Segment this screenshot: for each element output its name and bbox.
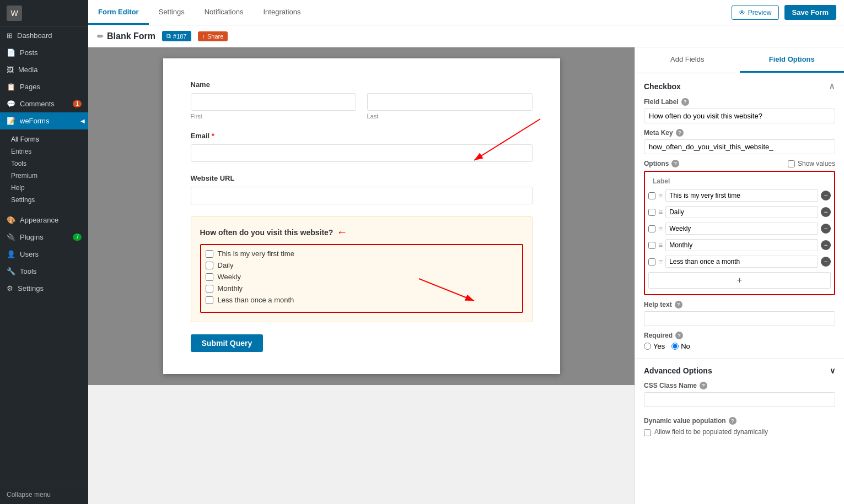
option-1-remove-button[interactable]: − <box>821 191 831 200</box>
option-row-4: ≡ − <box>648 237 831 253</box>
option-4-drag-handle[interactable]: ≡ <box>658 241 663 250</box>
weforms-icon: 📝 <box>7 117 15 125</box>
tab-field-options[interactable]: Field Options <box>740 47 845 73</box>
required-help-icon[interactable]: ? <box>675 332 683 339</box>
dynamic-populate-checkbox[interactable] <box>644 429 651 436</box>
top-nav: Form Editor Settings Notifications Integ… <box>88 0 844 25</box>
checkbox-options-outline: This is my very first time Daily Weekly <box>200 244 523 313</box>
sidebar-weforms-help[interactable]: Help <box>0 182 88 194</box>
option-2-drag-handle[interactable]: ≡ <box>658 208 663 216</box>
checkbox-opt1-input[interactable] <box>206 250 213 258</box>
form-canvas-wrap: Name First Last <box>88 47 635 385</box>
dynamic-value-help-icon[interactable]: ? <box>729 417 737 425</box>
add-option-button[interactable]: + <box>648 272 831 289</box>
show-values-checkbox[interactable] <box>788 160 795 167</box>
sidebar-weforms-tools[interactable]: Tools <box>0 158 88 170</box>
form-share-badge[interactable]: ↑ Share <box>198 31 228 41</box>
sidebar-item-tools[interactable]: 🔧 Tools <box>0 263 88 280</box>
required-no-option[interactable]: No <box>671 342 690 350</box>
option-4-remove-button[interactable]: − <box>821 240 831 250</box>
preview-button[interactable]: 👁 Preview <box>732 6 779 20</box>
collapse-menu-button[interactable]: Collapse menu <box>0 485 88 504</box>
option-2-checkbox[interactable] <box>648 209 655 216</box>
sidebar-item-comments[interactable]: 💬 Comments 1 <box>0 95 88 112</box>
sidebar-item-dashboard[interactable]: ⊞ Dashboard <box>0 27 88 44</box>
sidebar-item-plugins[interactable]: 🔌 Plugins 7 <box>0 229 88 246</box>
checkbox-opt4-input[interactable] <box>206 285 213 292</box>
sidebar-item-pages[interactable]: 📋 Pages <box>0 78 88 95</box>
tab-notifications[interactable]: Notifications <box>195 0 254 25</box>
field-email-input[interactable] <box>191 144 533 162</box>
field-first-name-input[interactable] <box>191 93 356 111</box>
option-1-input[interactable] <box>665 189 818 202</box>
sidebar-item-appearance[interactable]: 🎨 Appearance <box>0 212 88 229</box>
sidebar-item-weforms[interactable]: 📝 weForms <box>0 112 88 129</box>
dashboard-icon: ⊞ <box>7 31 13 40</box>
sidebar-weforms-all-forms[interactable]: All Forms <box>0 133 88 145</box>
option-4-checkbox[interactable] <box>648 242 655 249</box>
tab-integrations[interactable]: Integrations <box>253 0 310 25</box>
css-class-input[interactable] <box>644 392 835 407</box>
field-label-input[interactable] <box>644 109 835 123</box>
advanced-options-title[interactable]: Advanced Options ∨ <box>644 366 835 375</box>
sidebar-item-posts[interactable]: 📄 Posts <box>0 44 88 61</box>
field-website-input[interactable] <box>191 187 533 204</box>
option-row-2: ≡ − <box>648 204 831 220</box>
option-4-input[interactable] <box>665 239 818 251</box>
css-class-help-icon[interactable]: ? <box>700 382 707 389</box>
required-label-row: Required ? <box>644 332 835 339</box>
option-3-checkbox[interactable] <box>648 225 655 232</box>
option-3-remove-button[interactable]: − <box>821 224 831 234</box>
form-header: ✏ Blank Form ⧉ #187 ↑ Share <box>88 25 844 47</box>
tab-form-editor[interactable]: Form Editor <box>88 0 149 25</box>
sidebar: W ⊞ Dashboard 📄 Posts 🖼 Media 📋 Pages 💬 … <box>0 0 88 504</box>
option-5-remove-button[interactable]: − <box>821 257 831 267</box>
options-table-header: Label <box>648 175 831 187</box>
meta-key-help-icon[interactable]: ? <box>676 129 684 137</box>
field-label-row: Field Label ? <box>644 98 835 106</box>
sidebar-item-settings[interactable]: ⚙ Settings <box>0 280 88 297</box>
form-id-badge[interactable]: ⧉ #187 <box>162 31 191 41</box>
option-2-remove-button[interactable]: − <box>821 207 831 217</box>
option-2-input[interactable] <box>665 206 818 218</box>
option-1-drag-handle[interactable]: ≡ <box>658 191 663 200</box>
option-5-checkbox[interactable] <box>648 258 655 265</box>
right-panel: Add Fields Field Options Checkbox ∧ Fiel… <box>635 47 844 504</box>
sidebar-item-label: Pages <box>20 83 40 91</box>
sidebar-weforms-settings[interactable]: Settings <box>0 194 88 206</box>
submit-button[interactable]: Submit Query <box>191 334 264 352</box>
checkbox-opt3-input[interactable] <box>206 273 213 281</box>
field-website: Website URL <box>191 174 533 204</box>
arrow-pointer: ← <box>336 226 347 239</box>
sidebar-weforms-entries[interactable]: Entries <box>0 145 88 158</box>
sidebar-weforms-premium[interactable]: Premium <box>0 170 88 182</box>
options-help-icon[interactable]: ? <box>671 160 679 167</box>
option-1-checkbox[interactable] <box>648 192 655 199</box>
right-panel-tabs: Add Fields Field Options <box>635 47 844 73</box>
content-area: Name First Last <box>88 47 844 504</box>
required-yes-option[interactable]: Yes <box>644 342 665 350</box>
option-row-5: ≡ − <box>648 253 831 270</box>
tab-add-fields[interactable]: Add Fields <box>635 47 740 73</box>
help-text-help-icon[interactable]: ? <box>675 301 682 308</box>
field-last-name-input[interactable] <box>367 93 533 111</box>
required-no-radio[interactable] <box>671 343 679 350</box>
eye-icon: 👁 <box>739 9 745 17</box>
tab-settings[interactable]: Settings <box>149 0 195 25</box>
option-5-drag-handle[interactable]: ≡ <box>658 257 663 266</box>
sidebar-item-label: Settings <box>18 284 44 292</box>
checkbox-opt2-input[interactable] <box>206 262 213 269</box>
required-yes-radio[interactable] <box>644 343 651 350</box>
top-nav-actions: 👁 Preview Save Form <box>732 5 844 20</box>
sidebar-item-users[interactable]: 👤 Users <box>0 246 88 263</box>
option-3-drag-handle[interactable]: ≡ <box>658 224 663 233</box>
field-label-help-icon[interactable]: ? <box>681 98 689 106</box>
section-chevron-icon[interactable]: ∧ <box>829 81 835 91</box>
option-5-input[interactable] <box>665 256 818 268</box>
checkbox-opt5-input[interactable] <box>206 296 213 304</box>
save-form-button[interactable]: Save Form <box>784 5 836 20</box>
meta-key-input[interactable] <box>644 139 835 154</box>
help-text-input[interactable] <box>644 311 835 326</box>
option-3-input[interactable] <box>665 223 818 235</box>
sidebar-item-media[interactable]: 🖼 Media <box>0 61 88 78</box>
